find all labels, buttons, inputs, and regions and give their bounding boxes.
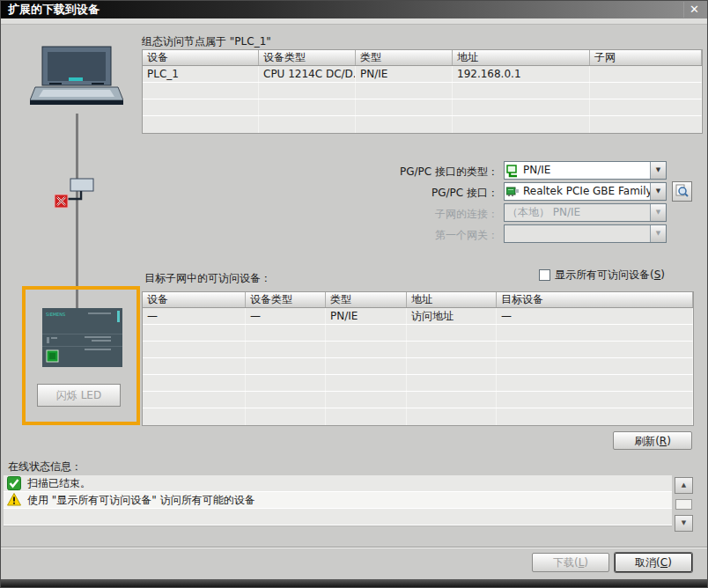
column-header: 类型 [326,292,407,307]
table-cell: — [497,308,693,324]
table-cell: — [246,308,326,324]
table-cell: 192.168.0.1 [453,66,590,82]
scroll-up-icon[interactable]: ▲ [675,477,693,494]
table-header-row: 设备设备类型类型地址目标设备 [143,292,693,308]
table-cell [497,375,693,391]
table-cell [143,83,259,99]
table-row[interactable] [143,99,702,116]
status-text: 扫描已结束。 [27,476,91,491]
subnet-connection-label: 子网的连接： [380,207,498,222]
plc-device-image[interactable]: SIEMENS [42,308,122,370]
first-gateway-label: 第一个网关： [380,228,498,243]
table-cell [326,392,407,408]
column-header: 设备 [143,292,246,307]
interface-type-value: PN/IE [520,162,650,179]
table-cell [143,375,246,391]
table-cell [497,342,693,357]
success-check-icon [7,476,21,490]
show-all-devices-checkbox[interactable]: 显示所有可访问设备(S) [539,268,665,283]
close-icon[interactable]: ✕ [683,2,704,18]
table-cell [407,408,497,425]
interface-type-select[interactable]: PN/IE ▼ [504,161,667,180]
column-header: 目标设备 [497,292,693,307]
table-cell [497,392,693,408]
footer-divider [1,547,707,548]
table-cell [590,66,702,82]
table-row[interactable] [143,408,693,425]
table-row[interactable] [143,116,702,133]
download-button[interactable]: 下载(L) [532,553,609,572]
column-header: 类型 [356,50,453,65]
table-cell [246,375,326,391]
table-cell [453,83,590,99]
subnet-connection-value: （本地） PN/IE [505,204,650,221]
table-cell [590,116,702,133]
table-cell [407,358,497,374]
chevron-down-icon[interactable]: ▼ [650,183,666,200]
table-cell [407,392,497,408]
table-header-row: 设备设备类型类型地址子网 [143,50,702,66]
table-cell [497,408,693,425]
interface-label: PG/PC 接口： [380,186,498,201]
table-cell [453,99,590,115]
table-cell [143,325,246,341]
scrollbar-thumb[interactable] [675,499,692,510]
pnie-icon [506,165,520,177]
table-row[interactable]: PLC_1CPU 1214C DC/D...PN/IE192.168.0.1 [143,66,702,83]
chevron-down-icon: ▼ [650,225,666,242]
first-gateway-select: ▼ [504,224,667,243]
table-cell [326,325,407,341]
magnifier-icon [675,184,690,199]
table-cell [246,408,326,425]
chevron-down-icon[interactable]: ▼ [650,162,666,179]
column-header: 地址 [453,50,590,65]
table-row[interactable] [143,392,693,408]
column-header: 设备 [143,50,259,65]
table-cell [497,325,693,341]
table-cell [356,116,453,133]
table-cell: 访问地址 [407,308,497,324]
table-cell: PN/IE [356,66,453,82]
table-cell [143,358,246,374]
table-row[interactable] [143,375,693,392]
checkbox-box[interactable] [539,269,550,281]
table-cell [246,342,326,357]
table-cell [246,325,326,341]
column-header: 设备类型 [246,292,326,307]
table-row[interactable] [143,83,702,99]
table-cell [143,99,259,115]
dialog-titlebar[interactable]: 扩展的下载到设备 ✕ [1,1,707,18]
table-cell [326,342,407,357]
dialog-title: 扩展的下载到设备 [8,3,100,16]
table-row[interactable]: ——PN/IE访问地址— [143,308,693,325]
table-cell [453,116,590,133]
refresh-button[interactable]: 刷新(R) [613,431,692,450]
online-status-label: 在线状态信息： [8,459,82,474]
warning-icon [7,493,21,507]
status-row[interactable]: 使用 "显示所有可访问设备" 访问所有可能的设备 [4,492,672,509]
checkbox-label: 显示所有可访问设备(S) [555,268,665,283]
table-row[interactable] [143,342,693,358]
scroll-down-icon[interactable]: ▼ [675,515,693,532]
cancel-button[interactable]: 取消(C) [615,553,692,572]
status-row[interactable] [4,509,672,526]
interface-select[interactable]: Realtek PCIe GBE Family C... ▼ [504,182,667,201]
table-row[interactable] [143,358,693,375]
table-cell [356,83,453,99]
chevron-down-icon: ▼ [650,204,666,221]
table-cell [590,83,702,99]
table-cell [259,116,356,133]
configured-nodes-table: 设备设备类型类型地址子网 PLC_1CPU 1214C DC/D...PN/IE… [142,49,703,134]
table-cell [143,392,246,408]
flash-led-button[interactable]: 闪烁 LED [37,384,121,407]
table-cell [326,358,407,374]
table-cell: — [143,308,246,324]
browse-interface-button[interactable] [672,181,692,202]
status-row[interactable]: 扫描已结束。 [4,475,672,492]
table-cell [407,375,497,391]
table-cell [259,99,356,115]
download-to-device-dialog: 扩展的下载到设备 ✕ SIEMENS [0,0,708,588]
table-cell [497,358,693,374]
table-row[interactable] [143,325,693,342]
pg-pc-laptop-image [30,45,123,118]
